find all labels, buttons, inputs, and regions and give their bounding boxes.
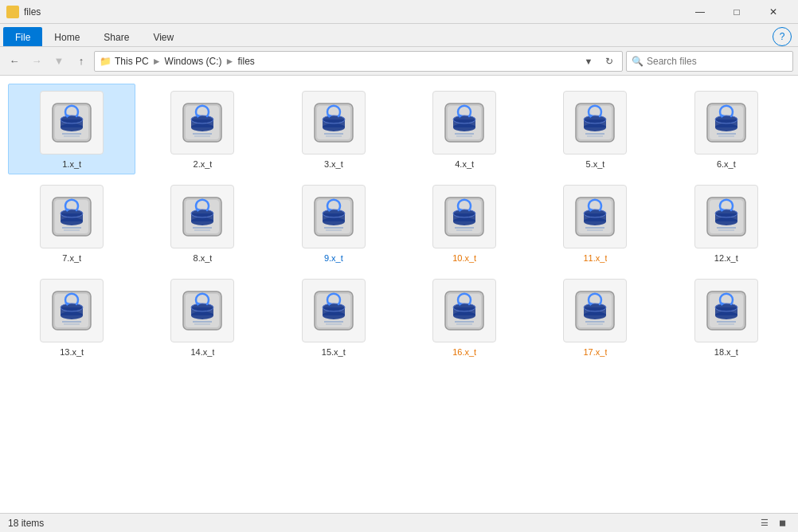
ribbon: File Home Share View ?	[0, 24, 798, 47]
address-windows-c: Windows (C:)	[165, 56, 222, 67]
file-item[interactable]: 15.x_t	[270, 272, 397, 362]
file-item[interactable]: 11.x_t	[531, 178, 659, 268]
address-this-pc: This PC	[115, 56, 149, 67]
file-item[interactable]: 13.x_t	[8, 272, 135, 362]
file-item[interactable]: 1.x_t	[8, 84, 135, 174]
tab-file[interactable]: File	[3, 27, 42, 46]
minimize-button[interactable]: —	[682, 0, 718, 24]
svg-point-94	[584, 217, 606, 225]
svg-point-58	[61, 217, 83, 225]
svg-point-13	[191, 123, 213, 131]
recent-locations-button[interactable]: ▼	[49, 52, 68, 71]
file-item[interactable]: 2.x_t	[139, 84, 266, 174]
file-name: 9.x_t	[324, 253, 343, 263]
file-item[interactable]: 18.x_t	[663, 272, 790, 362]
search-bar[interactable]: 🔍	[626, 51, 793, 72]
content-area: 1.x_t 2.x_t 3.x_t	[0, 76, 798, 513]
file-item[interactable]: 8.x_t	[139, 178, 266, 268]
address-dropdown-button[interactable]: ▼	[581, 53, 597, 69]
file-item[interactable]: 5.x_t	[531, 84, 659, 174]
nav-bar: ← → ▼ ↑ 📁 This PC ► Windows (C:) ► files…	[0, 47, 798, 76]
svg-point-85	[453, 217, 475, 225]
ribbon-tabs: File Home Share View ?	[0, 24, 798, 46]
title-bar-left: files	[6, 6, 41, 18]
address-bar[interactable]: 📁 This PC ► Windows (C:) ► files ▼ ↻	[94, 51, 623, 72]
file-item[interactable]: 6.x_t	[663, 84, 790, 174]
view-large-icons-button[interactable]: ◼	[774, 515, 790, 531]
file-thumbnail	[302, 279, 366, 342]
tab-home[interactable]: Home	[42, 27, 92, 46]
file-item[interactable]: 16.x_t	[401, 272, 528, 362]
svg-point-4	[61, 123, 83, 131]
file-thumbnail	[563, 185, 627, 248]
svg-point-67	[191, 217, 213, 225]
file-name: 11.x_t	[584, 253, 608, 263]
file-thumbnail	[563, 279, 627, 342]
file-item[interactable]: 10.x_t	[401, 178, 528, 268]
file-thumbnail	[432, 185, 496, 248]
up-button[interactable]: ↑	[72, 52, 91, 71]
search-icon: 🔍	[632, 56, 643, 67]
file-thumbnail	[432, 91, 496, 155]
file-thumbnail	[40, 279, 104, 342]
file-item[interactable]: 3.x_t	[270, 84, 397, 174]
help-button[interactable]: ?	[773, 27, 792, 46]
item-count: 18 items	[8, 518, 44, 529]
svg-point-40	[584, 123, 606, 131]
file-name: 6.x_t	[717, 159, 736, 169]
file-name: 15.x_t	[322, 347, 346, 357]
svg-point-22	[323, 123, 345, 131]
address-path: 📁 This PC ► Windows (C:) ► files	[100, 56, 576, 67]
file-name: 5.x_t	[586, 159, 605, 169]
forward-button[interactable]: →	[27, 52, 46, 71]
tab-view[interactable]: View	[141, 27, 186, 46]
tab-share[interactable]: Share	[92, 27, 141, 46]
svg-point-139	[453, 311, 475, 319]
address-folder-icon: 📁	[100, 56, 111, 67]
file-item[interactable]: 12.x_t	[663, 178, 790, 268]
file-thumbnail	[302, 185, 366, 248]
address-current: files	[237, 56, 254, 67]
address-refresh-button[interactable]: ↻	[601, 53, 617, 69]
sep2: ►	[225, 56, 235, 67]
file-thumbnail	[694, 91, 758, 155]
title-bar-controls: — □ ✕	[682, 0, 792, 24]
file-thumbnail	[432, 279, 496, 342]
file-name: 8.x_t	[194, 253, 213, 263]
svg-point-121	[191, 311, 213, 319]
search-input[interactable]	[647, 56, 788, 67]
file-name: 10.x_t	[452, 253, 476, 263]
file-name: 16.x_t	[452, 347, 476, 357]
folder-icon	[6, 6, 19, 18]
file-item[interactable]: 9.x_t	[270, 178, 397, 268]
close-button[interactable]: ✕	[755, 0, 792, 24]
file-name: 7.x_t	[62, 253, 81, 263]
svg-point-157	[715, 311, 737, 319]
sep1: ►	[152, 56, 162, 67]
title-bar: files — □ ✕	[0, 0, 798, 24]
file-name: 1.x_t	[62, 159, 81, 169]
file-name: 3.x_t	[324, 159, 343, 169]
file-item[interactable]: 17.x_t	[531, 272, 659, 362]
file-thumbnail	[170, 185, 234, 248]
svg-point-112	[61, 311, 83, 319]
svg-point-130	[323, 311, 345, 319]
status-bar: 18 items ☰ ◼	[0, 513, 798, 532]
file-name: 18.x_t	[714, 347, 738, 357]
file-name: 17.x_t	[584, 347, 608, 357]
file-item[interactable]: 14.x_t	[139, 272, 266, 362]
file-thumbnail	[694, 185, 758, 248]
file-item[interactable]: 4.x_t	[401, 84, 528, 174]
file-name: 13.x_t	[60, 347, 84, 357]
window-title: files	[24, 6, 41, 18]
maximize-button[interactable]: □	[718, 0, 755, 24]
back-button[interactable]: ←	[5, 52, 24, 71]
file-item[interactable]: 7.x_t	[8, 178, 135, 268]
file-thumbnail	[563, 91, 627, 155]
file-name: 12.x_t	[714, 253, 738, 263]
file-name: 2.x_t	[194, 159, 213, 169]
view-details-button[interactable]: ☰	[757, 515, 773, 531]
file-thumbnail	[40, 91, 104, 155]
file-thumbnail	[40, 185, 104, 248]
svg-point-148	[584, 311, 606, 319]
